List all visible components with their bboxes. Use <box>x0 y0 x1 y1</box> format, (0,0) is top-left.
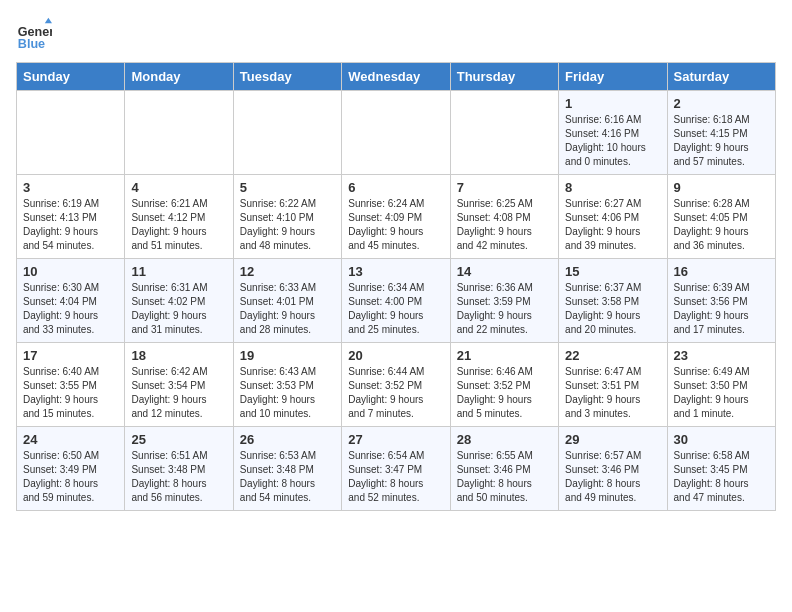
day-number: 4 <box>131 180 226 195</box>
col-header-wednesday: Wednesday <box>342 63 450 91</box>
calendar-cell: 30Sunrise: 6:58 AM Sunset: 3:45 PM Dayli… <box>667 427 775 511</box>
day-info: Sunrise: 6:54 AM Sunset: 3:47 PM Dayligh… <box>348 449 443 505</box>
calendar-cell: 19Sunrise: 6:43 AM Sunset: 3:53 PM Dayli… <box>233 343 341 427</box>
day-number: 8 <box>565 180 660 195</box>
day-number: 18 <box>131 348 226 363</box>
day-info: Sunrise: 6:31 AM Sunset: 4:02 PM Dayligh… <box>131 281 226 337</box>
calendar-cell: 5Sunrise: 6:22 AM Sunset: 4:10 PM Daylig… <box>233 175 341 259</box>
day-info: Sunrise: 6:57 AM Sunset: 3:46 PM Dayligh… <box>565 449 660 505</box>
day-info: Sunrise: 6:22 AM Sunset: 4:10 PM Dayligh… <box>240 197 335 253</box>
calendar-cell: 20Sunrise: 6:44 AM Sunset: 3:52 PM Dayli… <box>342 343 450 427</box>
calendar-cell: 4Sunrise: 6:21 AM Sunset: 4:12 PM Daylig… <box>125 175 233 259</box>
calendar-cell: 29Sunrise: 6:57 AM Sunset: 3:46 PM Dayli… <box>559 427 667 511</box>
day-info: Sunrise: 6:39 AM Sunset: 3:56 PM Dayligh… <box>674 281 769 337</box>
day-number: 29 <box>565 432 660 447</box>
logo-icon: General Blue <box>16 16 52 52</box>
svg-marker-2 <box>45 18 52 23</box>
day-info: Sunrise: 6:50 AM Sunset: 3:49 PM Dayligh… <box>23 449 118 505</box>
calendar-cell: 2Sunrise: 6:18 AM Sunset: 4:15 PM Daylig… <box>667 91 775 175</box>
day-info: Sunrise: 6:36 AM Sunset: 3:59 PM Dayligh… <box>457 281 552 337</box>
day-number: 19 <box>240 348 335 363</box>
day-info: Sunrise: 6:53 AM Sunset: 3:48 PM Dayligh… <box>240 449 335 505</box>
day-info: Sunrise: 6:28 AM Sunset: 4:05 PM Dayligh… <box>674 197 769 253</box>
day-number: 25 <box>131 432 226 447</box>
calendar-cell: 15Sunrise: 6:37 AM Sunset: 3:58 PM Dayli… <box>559 259 667 343</box>
calendar-cell: 26Sunrise: 6:53 AM Sunset: 3:48 PM Dayli… <box>233 427 341 511</box>
day-info: Sunrise: 6:19 AM Sunset: 4:13 PM Dayligh… <box>23 197 118 253</box>
calendar-cell: 16Sunrise: 6:39 AM Sunset: 3:56 PM Dayli… <box>667 259 775 343</box>
calendar-cell: 9Sunrise: 6:28 AM Sunset: 4:05 PM Daylig… <box>667 175 775 259</box>
calendar-cell: 27Sunrise: 6:54 AM Sunset: 3:47 PM Dayli… <box>342 427 450 511</box>
calendar-cell: 10Sunrise: 6:30 AM Sunset: 4:04 PM Dayli… <box>17 259 125 343</box>
calendar-cell: 14Sunrise: 6:36 AM Sunset: 3:59 PM Dayli… <box>450 259 558 343</box>
calendar-cell: 24Sunrise: 6:50 AM Sunset: 3:49 PM Dayli… <box>17 427 125 511</box>
day-info: Sunrise: 6:58 AM Sunset: 3:45 PM Dayligh… <box>674 449 769 505</box>
day-number: 3 <box>23 180 118 195</box>
day-info: Sunrise: 6:16 AM Sunset: 4:16 PM Dayligh… <box>565 113 660 169</box>
col-header-saturday: Saturday <box>667 63 775 91</box>
col-header-friday: Friday <box>559 63 667 91</box>
day-number: 28 <box>457 432 552 447</box>
day-info: Sunrise: 6:34 AM Sunset: 4:00 PM Dayligh… <box>348 281 443 337</box>
calendar-cell: 11Sunrise: 6:31 AM Sunset: 4:02 PM Dayli… <box>125 259 233 343</box>
day-number: 13 <box>348 264 443 279</box>
day-info: Sunrise: 6:55 AM Sunset: 3:46 PM Dayligh… <box>457 449 552 505</box>
day-number: 27 <box>348 432 443 447</box>
day-number: 21 <box>457 348 552 363</box>
day-number: 1 <box>565 96 660 111</box>
day-info: Sunrise: 6:42 AM Sunset: 3:54 PM Dayligh… <box>131 365 226 421</box>
calendar-cell: 1Sunrise: 6:16 AM Sunset: 4:16 PM Daylig… <box>559 91 667 175</box>
day-info: Sunrise: 6:30 AM Sunset: 4:04 PM Dayligh… <box>23 281 118 337</box>
calendar-cell <box>342 91 450 175</box>
calendar-cell <box>125 91 233 175</box>
day-info: Sunrise: 6:25 AM Sunset: 4:08 PM Dayligh… <box>457 197 552 253</box>
calendar-cell: 18Sunrise: 6:42 AM Sunset: 3:54 PM Dayli… <box>125 343 233 427</box>
calendar-table: SundayMondayTuesdayWednesdayThursdayFrid… <box>16 62 776 511</box>
calendar-cell: 25Sunrise: 6:51 AM Sunset: 3:48 PM Dayli… <box>125 427 233 511</box>
calendar-cell: 6Sunrise: 6:24 AM Sunset: 4:09 PM Daylig… <box>342 175 450 259</box>
calendar-cell: 23Sunrise: 6:49 AM Sunset: 3:50 PM Dayli… <box>667 343 775 427</box>
day-number: 22 <box>565 348 660 363</box>
calendar-cell: 21Sunrise: 6:46 AM Sunset: 3:52 PM Dayli… <box>450 343 558 427</box>
day-info: Sunrise: 6:27 AM Sunset: 4:06 PM Dayligh… <box>565 197 660 253</box>
day-number: 10 <box>23 264 118 279</box>
day-number: 30 <box>674 432 769 447</box>
calendar-cell: 17Sunrise: 6:40 AM Sunset: 3:55 PM Dayli… <box>17 343 125 427</box>
svg-text:Blue: Blue <box>18 37 45 51</box>
col-header-sunday: Sunday <box>17 63 125 91</box>
day-number: 12 <box>240 264 335 279</box>
calendar-cell: 28Sunrise: 6:55 AM Sunset: 3:46 PM Dayli… <box>450 427 558 511</box>
day-number: 16 <box>674 264 769 279</box>
day-info: Sunrise: 6:51 AM Sunset: 3:48 PM Dayligh… <box>131 449 226 505</box>
calendar-week-1: 1Sunrise: 6:16 AM Sunset: 4:16 PM Daylig… <box>17 91 776 175</box>
day-info: Sunrise: 6:47 AM Sunset: 3:51 PM Dayligh… <box>565 365 660 421</box>
col-header-monday: Monday <box>125 63 233 91</box>
day-number: 14 <box>457 264 552 279</box>
day-number: 15 <box>565 264 660 279</box>
calendar-cell: 13Sunrise: 6:34 AM Sunset: 4:00 PM Dayli… <box>342 259 450 343</box>
calendar-cell <box>17 91 125 175</box>
calendar-week-4: 17Sunrise: 6:40 AM Sunset: 3:55 PM Dayli… <box>17 343 776 427</box>
calendar-header: SundayMondayTuesdayWednesdayThursdayFrid… <box>17 63 776 91</box>
day-info: Sunrise: 6:24 AM Sunset: 4:09 PM Dayligh… <box>348 197 443 253</box>
day-number: 7 <box>457 180 552 195</box>
day-number: 17 <box>23 348 118 363</box>
day-number: 5 <box>240 180 335 195</box>
day-number: 11 <box>131 264 226 279</box>
day-info: Sunrise: 6:44 AM Sunset: 3:52 PM Dayligh… <box>348 365 443 421</box>
calendar-body: 1Sunrise: 6:16 AM Sunset: 4:16 PM Daylig… <box>17 91 776 511</box>
calendar-week-3: 10Sunrise: 6:30 AM Sunset: 4:04 PM Dayli… <box>17 259 776 343</box>
day-info: Sunrise: 6:40 AM Sunset: 3:55 PM Dayligh… <box>23 365 118 421</box>
col-header-thursday: Thursday <box>450 63 558 91</box>
calendar-cell <box>233 91 341 175</box>
day-number: 23 <box>674 348 769 363</box>
day-info: Sunrise: 6:46 AM Sunset: 3:52 PM Dayligh… <box>457 365 552 421</box>
calendar-cell: 22Sunrise: 6:47 AM Sunset: 3:51 PM Dayli… <box>559 343 667 427</box>
day-info: Sunrise: 6:43 AM Sunset: 3:53 PM Dayligh… <box>240 365 335 421</box>
calendar-cell: 8Sunrise: 6:27 AM Sunset: 4:06 PM Daylig… <box>559 175 667 259</box>
day-info: Sunrise: 6:18 AM Sunset: 4:15 PM Dayligh… <box>674 113 769 169</box>
col-header-tuesday: Tuesday <box>233 63 341 91</box>
day-info: Sunrise: 6:33 AM Sunset: 4:01 PM Dayligh… <box>240 281 335 337</box>
day-number: 9 <box>674 180 769 195</box>
day-info: Sunrise: 6:49 AM Sunset: 3:50 PM Dayligh… <box>674 365 769 421</box>
